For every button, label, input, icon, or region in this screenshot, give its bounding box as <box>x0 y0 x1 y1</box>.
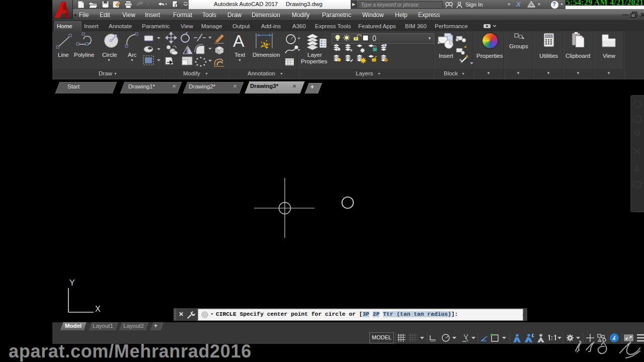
svg-text:Y: Y <box>69 279 75 287</box>
svg-text:X: X <box>95 305 101 313</box>
